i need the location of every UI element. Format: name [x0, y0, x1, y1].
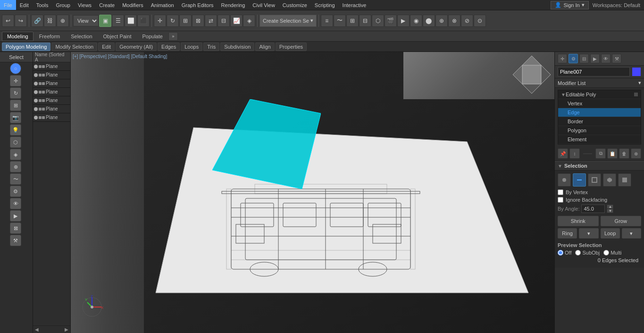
create-panel-icon[interactable]: ✛ — [558, 54, 567, 63]
selection-filter-dropdown[interactable]: View — [73, 15, 99, 26]
display-toggle-button[interactable]: 👁 — [0, 197, 31, 210]
selection-section-header[interactable]: ▼ Selection — [555, 161, 644, 171]
rotate-tool-button[interactable]: ↻ — [0, 87, 31, 99]
shrink-button[interactable]: Shrink — [558, 216, 599, 226]
scene-item[interactable]: Plane — [33, 71, 70, 79]
extra-btn-3[interactable]: ⊘ — [461, 15, 473, 27]
menu-views[interactable]: Views — [74, 0, 95, 10]
scene-item[interactable]: Plane — [33, 113, 70, 122]
schematic-view-button[interactable]: ⊟ — [359, 15, 371, 27]
sign-in-button[interactable]: 👤 Sign In ▾ — [551, 1, 588, 9]
select-scale-button[interactable]: ⊞ — [179, 15, 192, 27]
utilities-button[interactable]: ⚒ — [0, 234, 31, 247]
preview-multi-radio[interactable] — [603, 250, 609, 256]
bind-space-warp-button[interactable]: ⊕ — [57, 15, 69, 27]
light-tool-button[interactable]: 💡 — [0, 124, 31, 136]
make-unique-icon[interactable]: ⊕ — [631, 148, 641, 159]
poly-btn-polygon-modeling[interactable]: Polygon Modeling — [2, 43, 50, 51]
material-editor-button[interactable]: ◈ — [243, 15, 255, 27]
poly-btn-edges[interactable]: Edges — [158, 43, 180, 51]
scene-next-button[interactable]: ▶ — [65, 327, 68, 332]
poly-btn-modify-selection[interactable]: Modify Selection — [51, 43, 97, 51]
scene-item[interactable]: Plane — [33, 79, 70, 88]
render-frame-button[interactable]: 🎬 — [385, 15, 397, 27]
window-crossing-button[interactable]: ⬛ — [137, 15, 150, 27]
redo-button[interactable]: ↪ — [15, 15, 27, 27]
scale-tool-button[interactable]: ⊞ — [0, 99, 31, 111]
poly-btn-align[interactable]: Align — [255, 43, 274, 51]
preview-off-radio[interactable] — [558, 250, 563, 256]
camera-tool-button[interactable]: 📷 — [0, 111, 31, 124]
create-selection-set-button[interactable]: Create Selection Se ▾ — [259, 15, 317, 27]
poly-btn-tris[interactable]: Tris — [203, 43, 219, 51]
toggle-ribbon-button[interactable]: ≡ — [321, 15, 333, 27]
menu-rendering[interactable]: Rendering — [217, 0, 249, 10]
subtab-more-button[interactable]: » — [168, 32, 178, 41]
viewport[interactable]: [+] [Perspective] [Standard] [Default Sh… — [71, 52, 554, 333]
select-rotate-button[interactable]: ↻ — [167, 15, 179, 27]
render-setup-button[interactable]: ⬡ — [372, 15, 384, 27]
menu-group[interactable]: Group — [52, 0, 74, 10]
align-button[interactable]: ⊟ — [217, 15, 230, 27]
poly-btn-properties[interactable]: Properties — [276, 43, 307, 51]
hierarchy-panel-icon[interactable]: ⊟ — [579, 54, 589, 63]
undo-button[interactable]: ↩ — [2, 15, 14, 27]
tab-selection[interactable]: Selection — [66, 32, 97, 41]
copy-modifier-icon[interactable]: ⧉ — [595, 148, 606, 159]
unlink-button[interactable]: ⛓ — [44, 15, 56, 27]
mirror-button[interactable]: ⇄ — [205, 15, 217, 27]
preview-subobj-radio[interactable] — [575, 250, 581, 256]
menu-scripting[interactable]: Scripting — [311, 0, 339, 10]
poly-btn-geometry-all[interactable]: Geometry (All) — [116, 43, 157, 51]
scene-item[interactable]: Plane — [33, 105, 70, 113]
utilities-panel-icon[interactable]: ⚒ — [612, 54, 621, 63]
scene-item[interactable]: Plane — [33, 62, 70, 71]
scene-item[interactable]: Plane — [33, 88, 70, 96]
extra-btn-2[interactable]: ⊗ — [448, 15, 460, 27]
ignore-backfacing-checkbox[interactable] — [558, 197, 563, 203]
object-color-swatch[interactable] — [632, 67, 641, 77]
tab-object-paint[interactable]: Object Paint — [98, 32, 137, 41]
polygon-subobject[interactable]: Polygon — [558, 126, 641, 135]
link-button[interactable]: 🔗 — [31, 15, 43, 27]
menu-create[interactable]: Create — [95, 0, 118, 10]
menu-graph-editors[interactable]: Graph Editors — [178, 0, 217, 10]
vertex-subobject[interactable]: Vertex — [558, 99, 641, 108]
menu-modifiers[interactable]: Modifiers — [118, 0, 147, 10]
extra-btn-1[interactable]: ⊕ — [435, 15, 448, 27]
preview-multi-option[interactable]: Multi — [603, 250, 621, 256]
poly-btn-edit[interactable]: Edit — [98, 43, 115, 51]
select-tool-button[interactable]: ○ — [0, 62, 31, 75]
quick-render-button[interactable]: ▶ — [397, 15, 410, 27]
angle-increment-button[interactable]: ▲ — [607, 205, 613, 209]
menu-file[interactable]: File — [0, 0, 16, 10]
select-place-button[interactable]: ⊠ — [192, 15, 204, 27]
vertex-mode-icon[interactable] — [558, 173, 571, 187]
scene-prev-button[interactable]: ◀ — [35, 327, 39, 332]
border-mode-icon[interactable] — [588, 173, 601, 187]
orientation-gizmo[interactable] — [513, 56, 551, 94]
pin-tool-icon[interactable]: 📌 — [558, 148, 568, 159]
graph-editors-button[interactable]: 📈 — [230, 15, 243, 27]
viewport-shading-button[interactable]: ⬤ — [423, 15, 435, 27]
motion-button[interactable]: ▶ — [0, 210, 31, 222]
modify-panel-icon[interactable]: ⚙ — [569, 54, 578, 63]
select-move-button[interactable]: ✛ — [154, 15, 166, 27]
scene-item[interactable]: Plane — [33, 96, 70, 105]
move-tool-button[interactable]: ✛ — [0, 75, 31, 87]
angle-value-input[interactable] — [581, 205, 605, 213]
systems-tool-button[interactable]: ⚙ — [0, 185, 31, 197]
hierarchy-button[interactable]: ⊠ — [0, 222, 31, 234]
edge-mode-icon[interactable] — [573, 173, 586, 187]
poly-btn-subdivision[interactable]: Subdivision — [220, 43, 254, 51]
tab-populate[interactable]: Populate — [137, 32, 167, 41]
shapes-tool-button[interactable]: ◈ — [0, 148, 31, 161]
element-mode-icon[interactable] — [618, 173, 631, 187]
ring-button[interactable]: Ring — [558, 228, 577, 239]
delete-modifier-icon[interactable]: 🗑 — [619, 148, 629, 159]
menu-edit[interactable]: Edit — [16, 0, 33, 10]
poly-btn-loops[interactable]: Loops — [181, 43, 202, 51]
menu-interactive[interactable]: Interactive — [339, 0, 370, 10]
border-subobject[interactable]: Border — [558, 117, 641, 126]
tab-freeform[interactable]: Freeform — [34, 32, 66, 41]
